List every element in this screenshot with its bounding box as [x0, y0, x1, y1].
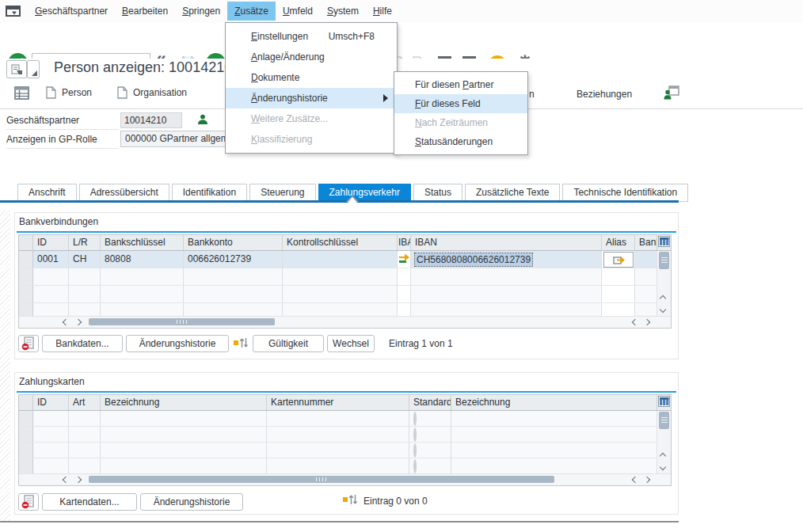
- relationships-person-icon[interactable]: [664, 86, 679, 102]
- bank-table-empty-row[interactable]: [19, 286, 657, 303]
- beziehungen-button[interactable]: Beziehungen: [577, 89, 632, 100]
- menu-bearbeiten[interactable]: Bearbeiten: [115, 2, 175, 21]
- vertical-scrollbar[interactable]: [656, 251, 671, 317]
- iban-display-button[interactable]: [398, 251, 411, 268]
- column-header-lr[interactable]: L/R: [69, 235, 101, 250]
- menu-item-aenderungshistorie[interactable]: Änderungshistorie: [226, 88, 397, 108]
- scroll-right-icon[interactable]: [75, 477, 82, 483]
- locator-tree-icon[interactable]: [14, 86, 30, 104]
- menu-system[interactable]: System: [320, 2, 366, 21]
- tab-zahlungsverkehr[interactable]: Zahlungsverkehr: [318, 184, 411, 202]
- column-header-id[interactable]: ID: [33, 395, 69, 410]
- delete-bank-row-button[interactable]: [18, 335, 39, 352]
- window-menu-icon[interactable]: [6, 6, 21, 17]
- scroll-right-icon[interactable]: [644, 319, 650, 325]
- standard-radio[interactable]: [413, 459, 417, 473]
- scrollbar-thumb[interactable]: [89, 318, 275, 325]
- table-settings-icon[interactable]: [657, 235, 671, 250]
- cards-table-empty-row[interactable]: [19, 443, 657, 458]
- scroll-left-icon[interactable]: [63, 477, 69, 483]
- tab-adressuebersicht[interactable]: Adressübersicht: [79, 184, 169, 202]
- column-header-art[interactable]: Art: [69, 395, 101, 410]
- menu-item-dokumente[interactable]: Dokumente: [226, 67, 397, 88]
- delete-card-row-button[interactable]: [18, 493, 39, 511]
- column-header-bezeichnung[interactable]: Bezeichnung: [101, 395, 267, 410]
- submenu-item-fuer-dieses-feld[interactable]: Für dieses Feld: [394, 94, 527, 113]
- column-header-alias[interactable]: Alias: [602, 235, 635, 250]
- standard-radio[interactable]: [413, 412, 417, 426]
- tab-status[interactable]: Status: [413, 184, 462, 202]
- scroll-left-icon[interactable]: [632, 477, 638, 483]
- horizontal-scrollbar[interactable]: [19, 473, 671, 485]
- submenu-item-statusaenderungen[interactable]: Statusänderungen: [394, 132, 527, 151]
- table-settings-icon[interactable]: [657, 395, 671, 410]
- scroll-up-icon[interactable]: [660, 453, 666, 459]
- bank-table-row[interactable]: 0001 CH 80808 006626012739 CH56808080066…: [19, 251, 657, 268]
- row-selector-cell[interactable]: [19, 251, 33, 268]
- tab-identifikation[interactable]: Identifikation: [172, 184, 247, 202]
- scroll-down-icon[interactable]: [660, 306, 666, 313]
- role-dropdown[interactable]: 000000 GPartner allgemein: [120, 131, 242, 147]
- column-header-bezeichnung2[interactable]: Bezeichnung: [451, 395, 657, 410]
- column-header-iban-button[interactable]: IBAN: [398, 235, 411, 250]
- bank-table-empty-row[interactable]: [19, 303, 657, 317]
- menu-item-anlage-aenderung[interactable]: Anlage/Änderung: [226, 47, 397, 67]
- column-header-bank[interactable]: Bank: [635, 235, 657, 250]
- column-header-kartennummer[interactable]: Kartennummer: [267, 395, 409, 410]
- scroll-left-icon[interactable]: [63, 319, 69, 325]
- bank-aenderungshistorie-button[interactable]: Änderungshistorie: [126, 335, 229, 352]
- tab-steuerung[interactable]: Steuerung: [249, 184, 315, 202]
- tab-zusaetzliche-texte[interactable]: Zusätzliche Texte: [465, 184, 561, 202]
- row-selector-cell[interactable]: [19, 443, 33, 458]
- cards-aenderungshistorie-button[interactable]: Änderungshistorie: [140, 493, 243, 511]
- sort-order-icon[interactable]: [234, 336, 248, 352]
- gueltigkeit-button[interactable]: Gültigkeit: [253, 335, 324, 352]
- row-selector-header[interactable]: [19, 235, 33, 250]
- standard-radio[interactable]: [413, 443, 417, 458]
- column-header-iban[interactable]: IBAN: [411, 235, 602, 250]
- column-header-bankschluessel[interactable]: Bankschlüssel: [101, 235, 184, 250]
- iban-value-selected[interactable]: CH5680808006626012739: [415, 253, 532, 266]
- services-for-object-button[interactable]: [6, 60, 27, 78]
- submenu-item-fuer-diesen-partner[interactable]: Für diesen Partner: [394, 75, 527, 94]
- menu-item-einstellungen[interactable]: Einstellungen Umsch+F8: [226, 26, 397, 47]
- sort-order-icon[interactable]: [343, 493, 357, 508]
- services-for-object-dropdown[interactable]: [27, 60, 40, 78]
- scroll-right-icon[interactable]: [644, 477, 650, 483]
- row-selector-cell[interactable]: [19, 411, 33, 426]
- standard-radio[interactable]: [413, 428, 417, 442]
- row-selector-header[interactable]: [19, 395, 33, 410]
- row-selector-cell[interactable]: [19, 268, 33, 285]
- scroll-down-icon[interactable]: [660, 464, 666, 470]
- column-header-id[interactable]: ID: [33, 235, 69, 250]
- cards-table-empty-row[interactable]: [19, 458, 657, 474]
- menu-hilfe[interactable]: Hilfe: [366, 2, 399, 21]
- wechsel-button[interactable]: Wechsel: [327, 335, 375, 352]
- cards-table-empty-row[interactable]: [19, 427, 657, 443]
- scrollbar-thumb[interactable]: [89, 476, 554, 483]
- scroll-up-icon[interactable]: [660, 295, 666, 302]
- cell-iban[interactable]: CH5680808006626012739: [411, 251, 602, 268]
- menu-umfeld[interactable]: Umfeld: [276, 2, 320, 21]
- alias-button[interactable]: [603, 252, 634, 268]
- row-selector-cell[interactable]: [19, 458, 33, 473]
- row-selector-cell[interactable]: [19, 286, 33, 302]
- scroll-right-icon[interactable]: [75, 319, 82, 325]
- scroll-left-icon[interactable]: [632, 319, 638, 325]
- scrollbar-thumb[interactable]: [659, 252, 669, 269]
- row-selector-cell[interactable]: [19, 303, 33, 316]
- organisation-button[interactable]: Organisation: [117, 86, 187, 99]
- menu-springen[interactable]: Springen: [175, 2, 227, 21]
- kartendaten-button[interactable]: Kartendaten...: [42, 493, 137, 511]
- bank-table-empty-row[interactable]: [19, 268, 657, 286]
- column-header-bankkonto[interactable]: Bankkonto: [184, 235, 283, 250]
- menu-geschaeftspartner[interactable]: Geschäftspartner: [28, 2, 115, 21]
- column-header-standard[interactable]: Standard: [409, 395, 451, 410]
- column-header-kontrollschluessel[interactable]: Kontrollschlüssel: [283, 235, 398, 250]
- tab-technische-identifikation[interactable]: Technische Identifikation: [562, 184, 688, 202]
- scrollbar-thumb[interactable]: [659, 412, 669, 429]
- partner-number-field[interactable]: 10014210: [120, 112, 182, 128]
- tab-anschrift[interactable]: Anschrift: [17, 184, 77, 202]
- person-button[interactable]: Person: [46, 86, 92, 99]
- row-selector-cell[interactable]: [19, 427, 33, 442]
